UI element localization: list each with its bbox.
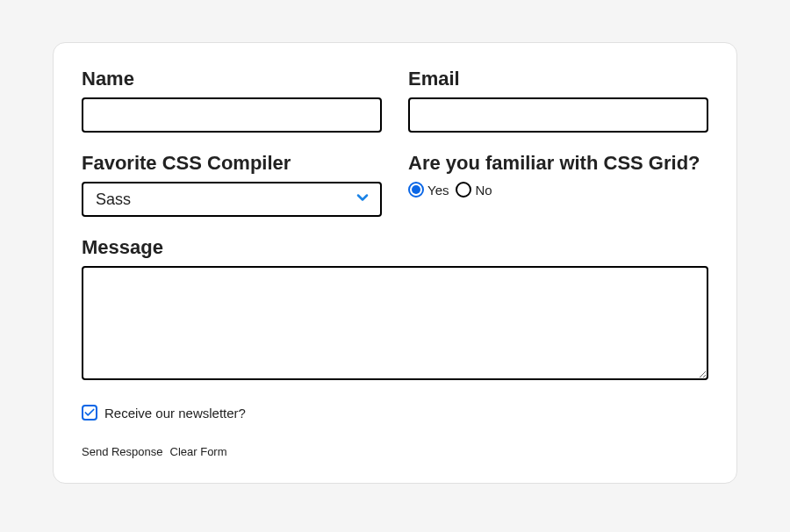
- compiler-field: Favorite CSS Compiler Sass: [82, 152, 382, 217]
- radio-item-yes: Yes: [408, 182, 449, 198]
- radio-yes[interactable]: [408, 182, 424, 198]
- grid-familiar-radio-group: Yes No: [408, 182, 708, 198]
- actions-row: Send Response Clear Form: [82, 445, 708, 458]
- form-grid: Name Email Favorite CSS Compiler Sass Ar: [82, 68, 708, 384]
- radio-item-no: No: [456, 182, 492, 198]
- email-input[interactable]: [408, 97, 708, 133]
- grid-familiar-field: Are you familiar with CSS Grid? Yes No: [408, 152, 708, 217]
- grid-familiar-label: Are you familiar with CSS Grid?: [408, 152, 708, 175]
- compiler-select[interactable]: Sass: [82, 182, 382, 217]
- radio-no-label: No: [475, 183, 492, 198]
- form-card: Name Email Favorite CSS Compiler Sass Ar: [53, 42, 737, 484]
- newsletter-label: Receive our newsletter?: [104, 406, 246, 421]
- radio-checked-icon: [412, 185, 420, 194]
- send-response-button[interactable]: Send Response: [82, 445, 163, 458]
- newsletter-row: Receive our newsletter?: [82, 405, 708, 421]
- radio-yes-label: Yes: [427, 183, 449, 198]
- message-label: Message: [82, 236, 708, 259]
- compiler-select-wrapper: Sass: [82, 182, 382, 217]
- message-field: Message: [82, 236, 708, 384]
- newsletter-checkbox[interactable]: [82, 405, 97, 421]
- email-field: Email: [408, 68, 708, 133]
- name-label: Name: [82, 68, 382, 90]
- message-textarea[interactable]: [82, 266, 708, 380]
- email-label: Email: [408, 68, 708, 90]
- name-input[interactable]: [82, 97, 382, 133]
- name-field: Name: [82, 68, 382, 133]
- compiler-label: Favorite CSS Compiler: [82, 152, 382, 175]
- radio-no[interactable]: [456, 182, 471, 198]
- clear-form-button[interactable]: Clear Form: [170, 445, 227, 458]
- check-icon: [83, 406, 96, 419]
